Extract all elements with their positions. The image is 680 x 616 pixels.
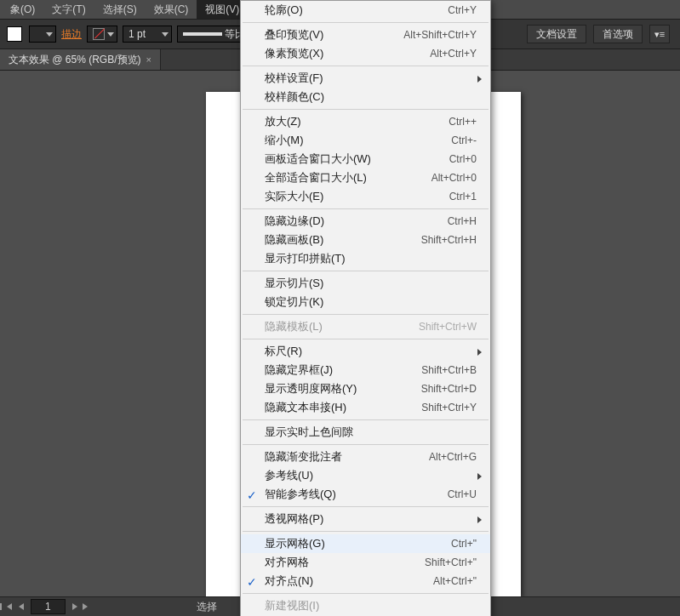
menu-item[interactable]: 对齐网格Shift+Ctrl+" <box>241 553 490 572</box>
menu-item-label: 叠印预览(V) <box>265 27 395 43</box>
menu-item-label: 显示切片(S) <box>265 276 477 291</box>
menu-item[interactable]: 显示切片(S) <box>241 274 490 293</box>
menu-item-label: 隐藏模板(L) <box>265 319 410 334</box>
menu-item[interactable]: 显示打印拼贴(T) <box>241 249 490 268</box>
fill-dropdown[interactable] <box>29 26 56 43</box>
tab-title: 文本效果 @ 65% (RGB/预览) <box>9 49 141 70</box>
menu-item-label: 智能参考线(Q) <box>265 487 439 502</box>
check-icon: ✓ <box>247 488 257 502</box>
page-number-field[interactable]: 1 <box>31 599 66 614</box>
menu-item[interactable]: 隐藏文本串接(H)Shift+Ctrl+Y <box>241 398 490 417</box>
menu-item-label: 显示网格(G) <box>265 536 443 551</box>
menu-item-shortcut: Ctrl+1 <box>449 191 477 202</box>
stroke-width-dropdown[interactable]: 1 pt <box>123 26 172 43</box>
menu-item[interactable]: 轮廓(O)Ctrl+Y <box>241 1 490 20</box>
menu-item[interactable]: 缩小(M)Ctrl+- <box>241 131 490 150</box>
menu-item-shortcut: Alt+Ctrl+G <box>429 451 477 463</box>
menu-item-shortcut: Alt+Shift+Ctrl+Y <box>403 29 477 41</box>
menu-item[interactable]: 显示透明度网格(Y)Shift+Ctrl+D <box>241 379 490 398</box>
fill-swatch[interactable] <box>7 26 22 42</box>
menu-item-label: 隐藏边缘(D) <box>265 214 439 229</box>
menu-item[interactable]: 标尺(R) <box>241 342 490 361</box>
menu-item-label: 显示实时上色间隙 <box>265 425 477 440</box>
menu-item-label: 参考线(U) <box>265 468 477 483</box>
menu-item[interactable]: 锁定切片(K) <box>241 293 490 311</box>
panel-menu-icon: ▾≡ <box>654 29 665 40</box>
first-page-button[interactable] <box>7 603 12 610</box>
menu-item[interactable]: 透视网格(P) <box>241 510 490 528</box>
last-page-button[interactable] <box>83 603 88 610</box>
menu-item-label: 全部适合窗口大小(L) <box>265 170 423 185</box>
menu-item[interactable]: 像素预览(X)Alt+Ctrl+Y <box>241 44 490 63</box>
menu-item[interactable]: 叠印预览(V)Alt+Shift+Ctrl+Y <box>241 26 490 44</box>
menu-item[interactable]: 画板适合窗口大小(W)Ctrl+0 <box>241 150 490 168</box>
menu-item-label: 像素预览(X) <box>265 46 421 61</box>
menu-item-shortcut: Shift+Ctrl+" <box>425 556 477 568</box>
preferences-button[interactable]: 首选项 <box>593 25 643 43</box>
menu-item-label: 放大(Z) <box>265 114 440 129</box>
menu-item-shortcut: Shift+Ctrl+B <box>421 364 477 376</box>
menu-item: 隐藏模板(L)Shift+Ctrl+W <box>241 317 490 336</box>
menu-item[interactable]: 隐藏边缘(D)Ctrl+H <box>241 212 490 231</box>
panel-menu-button[interactable]: ▾≡ <box>649 25 670 43</box>
menu-item[interactable]: ✓智能参考线(Q)Ctrl+U <box>241 485 490 504</box>
menu-item-shortcut: Alt+Ctrl+Y <box>430 48 477 60</box>
stroke-color-dropdown[interactable] <box>87 26 117 43</box>
menu-item[interactable]: 全部适合窗口大小(L)Alt+Ctrl+0 <box>241 168 490 187</box>
menu-item-label: 轮廓(O) <box>265 3 439 18</box>
menu-item[interactable]: 放大(Z)Ctrl++ <box>241 112 490 131</box>
menu-item[interactable]: 参考线(U) <box>241 466 490 485</box>
menu-item-shortcut: Ctrl++ <box>449 116 477 128</box>
menu-item-label: 锁定切片(K) <box>265 294 477 310</box>
menu-object[interactable]: 象(O) <box>2 0 43 19</box>
menu-item[interactable]: 显示网格(G)Ctrl+" <box>241 534 490 553</box>
menu-effect[interactable]: 效果(C) <box>146 0 197 19</box>
check-icon: ✓ <box>247 575 257 589</box>
prev-page-button[interactable] <box>19 603 24 610</box>
menu-item[interactable]: 实际大小(E)Ctrl+1 <box>241 187 490 206</box>
menu-select[interactable]: 选择(S) <box>94 0 146 19</box>
menu-item-label: 画板适合窗口大小(W) <box>265 151 441 167</box>
menu-item-label: 透视网格(P) <box>265 511 477 527</box>
menu-item-shortcut: Ctrl+- <box>451 134 477 146</box>
menu-item-label: 新建视图(I) <box>265 598 477 613</box>
menu-item-shortcut: Alt+Ctrl+" <box>433 575 477 587</box>
view-menu-dropdown: 轮廓(O)Ctrl+Y叠印预览(V)Alt+Shift+Ctrl+Y像素预览(X… <box>240 0 491 616</box>
menu-item[interactable]: 校样颜色(C) <box>241 88 490 106</box>
menu-item-label: 隐藏定界框(J) <box>265 362 413 378</box>
menu-item-label: 对齐网格 <box>265 555 416 570</box>
menu-item[interactable]: ✓对齐点(N)Alt+Ctrl+" <box>241 572 490 590</box>
menu-item-shortcut: Alt+Ctrl+0 <box>431 172 477 184</box>
menu-item-label: 缩小(M) <box>265 133 443 148</box>
menu-item-label: 实际大小(E) <box>265 189 441 204</box>
menu-item-shortcut: Shift+Ctrl+H <box>421 234 477 246</box>
close-icon[interactable]: × <box>146 49 151 70</box>
menu-item-label: 校样颜色(C) <box>265 89 477 105</box>
menu-item[interactable]: 隐藏定界框(J)Shift+Ctrl+B <box>241 361 490 379</box>
menu-type[interactable]: 文字(T) <box>43 0 94 19</box>
menu-item-shortcut: Ctrl+" <box>451 538 477 550</box>
menu-item-shortcut: Shift+Ctrl+W <box>419 321 477 333</box>
menu-item-label: 校样设置(F) <box>265 71 477 86</box>
menu-item-shortcut: Shift+Ctrl+Y <box>421 402 477 414</box>
menu-item[interactable]: 隐藏画板(B)Shift+Ctrl+H <box>241 231 490 249</box>
menu-item-shortcut: Ctrl+H <box>448 215 477 227</box>
menu-item[interactable]: 校样设置(F) <box>241 69 490 88</box>
next-page-button[interactable] <box>72 603 77 610</box>
document-setup-button[interactable]: 文档设置 <box>527 25 586 43</box>
menu-item-label: 显示透明度网格(Y) <box>265 381 413 396</box>
menu-item-shortcut: Ctrl+Y <box>448 4 477 16</box>
menu-item[interactable]: 显示实时上色间隙 <box>241 423 490 442</box>
status-mode-label: 选择 <box>197 600 217 614</box>
stroke-label[interactable]: 描边 <box>61 27 82 42</box>
menu-item-label: 标尺(R) <box>265 344 477 359</box>
document-tab[interactable]: 文本效果 @ 65% (RGB/预览) × <box>0 49 161 70</box>
menu-item: 新建视图(I) <box>241 596 490 615</box>
menu-item-label: 隐藏渐变批注者 <box>265 449 420 465</box>
menu-item-label: 隐藏文本串接(H) <box>265 400 413 415</box>
menu-item-shortcut: Shift+Ctrl+D <box>421 383 477 395</box>
menu-item-shortcut: Ctrl+0 <box>449 153 477 165</box>
menu-item-label: 显示打印拼贴(T) <box>265 251 477 266</box>
menu-item[interactable]: 隐藏渐变批注者Alt+Ctrl+G <box>241 448 490 466</box>
menu-item-shortcut: Ctrl+U <box>448 488 477 500</box>
